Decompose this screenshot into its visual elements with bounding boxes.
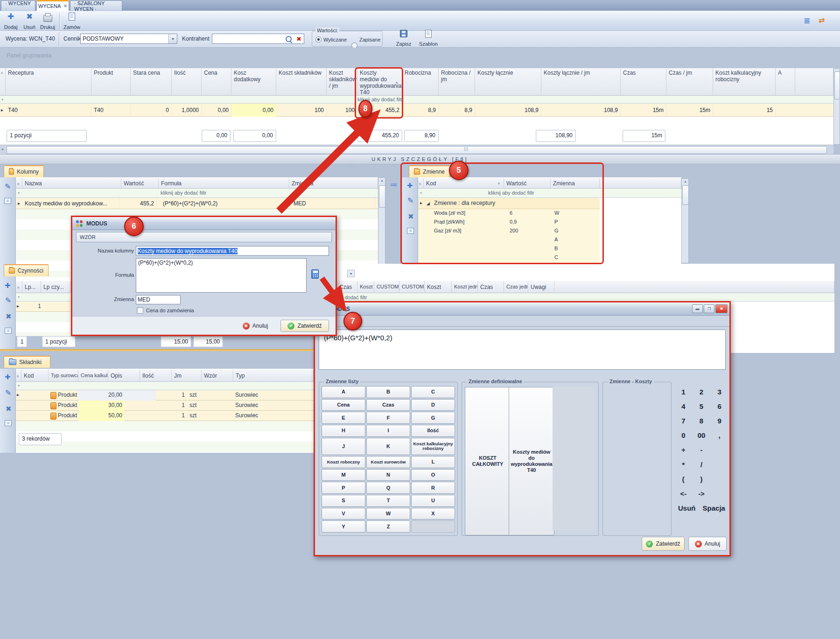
numpad-2[interactable]: 2 (693, 385, 711, 399)
cell-koszty-lacznie-jm[interactable]: 108,9 (541, 104, 621, 117)
tab-zmienne[interactable]: Zmienne (409, 165, 450, 177)
dialog6-zatwierdz-button[interactable]: ✔Zatwierdź (280, 320, 329, 332)
key-d[interactable]: D (411, 399, 455, 411)
key-l[interactable]: L (411, 456, 455, 468)
cell-produkt[interactable]: T40 (91, 104, 131, 117)
cell-czas[interactable]: 15m (621, 104, 666, 117)
key-i[interactable]: I (366, 425, 410, 437)
key-a[interactable]: A (322, 386, 365, 398)
grid-hscrollbar[interactable]: ◂ ||| (0, 145, 833, 154)
add-button[interactable]: ✚Dodaj (2, 13, 20, 30)
tab-skladniki[interactable]: Składniki (4, 356, 50, 368)
delete-icon[interactable]: ✖ (6, 405, 12, 412)
skl-col-jm[interactable]: Jm (172, 370, 202, 382)
kolumny-cell-zmienna[interactable]: MED (291, 197, 375, 210)
skl-col-typ[interactable]: Typ (233, 370, 314, 382)
key-m[interactable]: M (322, 469, 365, 481)
czynnosci-data-row[interactable]: ▸ 1 (16, 302, 71, 312)
close-icon[interactable]: ✖ (715, 304, 728, 313)
key-w[interactable]: W (366, 508, 410, 520)
col-czas-jm[interactable]: Czas / jm (666, 68, 713, 96)
cennik-select[interactable]: PODSTAWOWY ▼ (80, 34, 177, 44)
grid-filter-row[interactable] (0, 96, 833, 104)
select-rows-icon[interactable]: ≡ (5, 328, 12, 334)
col-ilosc[interactable]: Ilość (172, 68, 202, 96)
layout-options-icon[interactable]: ≣ (804, 16, 810, 26)
key-koszt-kalkulacyjny[interactable]: Koszt kalkulacyjny robocizny (411, 438, 455, 455)
key-koszt-roboczny[interactable]: Koszt roboczny (322, 456, 365, 468)
maximize-icon[interactable]: ❐ (704, 304, 714, 313)
rcol-uwagi[interactable]: Uwagi (528, 281, 554, 293)
key-k[interactable]: K (366, 438, 410, 455)
zmienne-vscrollbar[interactable]: ▲ (681, 178, 689, 263)
numpad-comma[interactable]: , (710, 428, 728, 442)
col-a[interactable]: A (776, 68, 795, 96)
refresh-icon[interactable]: ⇄ (819, 16, 825, 25)
key-g[interactable]: G (411, 412, 455, 424)
skladniki-filter-row[interactable]: ▾ (16, 382, 314, 390)
key-koszt-surowcow[interactable]: Koszt surowców (366, 456, 410, 468)
numpad-4[interactable]: 4 (674, 399, 693, 414)
key-q[interactable]: Q (366, 482, 410, 494)
order-button[interactable]: Zamów (62, 13, 82, 30)
numpad-minus[interactable]: - (693, 442, 711, 457)
tab-wycena[interactable]: WYCENA ✕ (36, 0, 69, 11)
dialog6-titlebar[interactable]: MODUS (72, 217, 336, 230)
cell-cena[interactable]: 0,00 (202, 104, 231, 117)
col-koszty-lacznie[interactable]: Koszty łącznie (475, 68, 541, 96)
formula-input[interactable]: (P*60)+(G*2)+(W*0,2) (136, 258, 307, 293)
col-kosz-dodatkowy[interactable]: Kosz dodatkowy (231, 68, 276, 96)
key-v[interactable]: V (322, 508, 365, 520)
cell-stara-cena[interactable]: 0 (131, 104, 172, 117)
nazwa-kolumny-input[interactable]: Koszty mediów do wyprodukowania T40 (136, 246, 329, 256)
col-czas[interactable]: Czas (621, 68, 666, 96)
skl-col-typ-surowca[interactable]: Typ surowca (49, 370, 78, 382)
cell-robocizna-jm[interactable]: 8,9 (439, 104, 475, 117)
key-t[interactable]: T (366, 495, 410, 507)
skladniki-row[interactable]: Produkt 30,00 1 szt Surowiec (16, 400, 314, 411)
kolumny-col-zmienna[interactable]: Zmienna (289, 178, 378, 189)
rcol-koszt1[interactable]: Koszt (... (357, 281, 374, 293)
numpad-multiply[interactable]: * (674, 457, 693, 472)
kolumny-cell-formula[interactable]: (P*60)+(G*2)+(W*0,2) (161, 197, 287, 210)
key-n[interactable]: N (366, 469, 410, 481)
cell-kosz-dodatkowy[interactable]: 0,00 (231, 104, 276, 117)
kolumny-cell-wartosc[interactable]: 455,2 (121, 197, 157, 210)
cell-robocizna[interactable]: 8,9 (402, 104, 439, 117)
splitter-dots[interactable]: ···· (349, 164, 358, 169)
key-u[interactable]: U (411, 495, 455, 507)
edit-icon[interactable]: ✎ (5, 389, 11, 397)
cell-ilosc[interactable]: 1,0000 (172, 104, 202, 117)
col-receptura[interactable]: Receptura (6, 68, 91, 96)
key-z[interactable]: Z (366, 520, 410, 533)
col-robocizna[interactable]: Robocizna (402, 68, 439, 96)
add-icon[interactable]: ✚ (5, 282, 11, 289)
key-h[interactable]: H (322, 425, 365, 437)
cell-receptura[interactable]: T40 (6, 104, 91, 117)
kolumny-cell-nazwa[interactable]: Koszty mediów do wyprodukow... (22, 197, 119, 210)
col-robocizna-jm[interactable]: Robocizna / jm (439, 68, 475, 96)
rcol-czas2[interactable]: Czas (478, 281, 504, 293)
tab-szablony-wycen[interactable]: · SZABLONY WYCEN · (70, 0, 122, 11)
edit-icon[interactable]: ✎ (5, 183, 11, 190)
key-b[interactable]: B (366, 386, 410, 398)
czynnosci-col-lp[interactable]: Lp... (22, 281, 41, 293)
key-e[interactable]: E (322, 412, 365, 424)
key-j[interactable]: J (322, 438, 365, 455)
key-ilosc[interactable]: Ilość (411, 425, 455, 437)
numpad-right[interactable]: -> (693, 486, 711, 501)
skl-col-opis[interactable]: Opis (108, 370, 140, 382)
select-rows-icon[interactable]: ≡ (4, 198, 11, 204)
template-button[interactable]: Szablon (416, 30, 441, 47)
skl-col-wzor[interactable]: Wzór (202, 370, 233, 382)
numpad-space[interactable]: Spacja (700, 501, 728, 515)
col-koszt-skladnikow[interactable]: Koszt składników (276, 68, 327, 96)
col-koszt-kalkulacyjny[interactable]: Koszt kalkulacyjny robocizny (713, 68, 776, 96)
key-koszt-calkowity[interactable]: KOSZT CAŁKOWITY (465, 387, 511, 535)
numpad-3[interactable]: 3 (710, 385, 728, 399)
czynnosci-col-lpczy[interactable]: Lp czy... (41, 281, 71, 293)
cell-koszt-skladnikow[interactable]: 100 (276, 104, 327, 117)
tab-kolumny[interactable]: Kolumny (4, 165, 44, 177)
delete-icon[interactable]: ✖ (6, 313, 12, 320)
key-koszty-mediow[interactable]: Koszty mediów do wyprodukowania T40 (509, 387, 554, 535)
